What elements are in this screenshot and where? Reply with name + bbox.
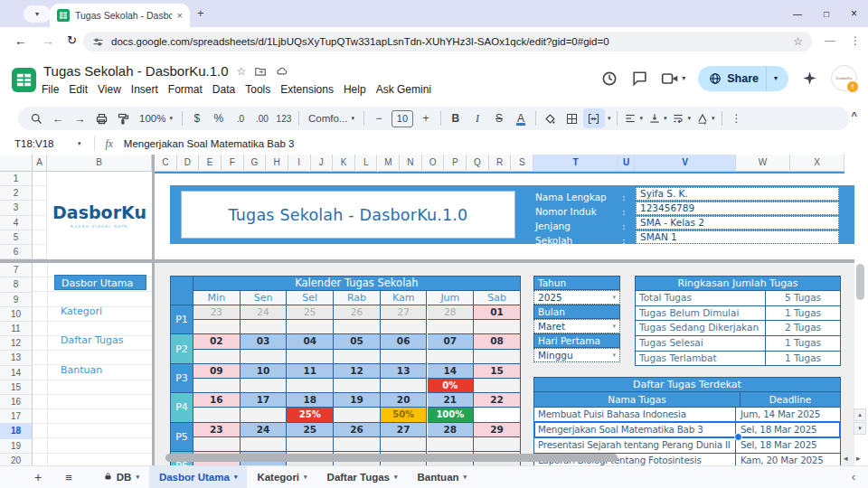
row-header-8[interactable]: 8 xyxy=(0,277,33,292)
profile-field-value[interactable]: Syifa S. K. xyxy=(636,187,839,201)
calendar-date-cell[interactable]: 25 xyxy=(287,305,334,320)
sheet-tab-dasbor-utama[interactable]: Dasbor Utama▾ xyxy=(149,466,247,488)
calendar-progress-cell[interactable] xyxy=(381,350,428,364)
calendar-progress-cell[interactable] xyxy=(474,350,521,364)
frozen-column-divider[interactable] xyxy=(152,155,155,465)
calendar-date-cell[interactable]: 24 xyxy=(241,423,288,437)
calendar-progress-cell[interactable] xyxy=(287,379,334,393)
site-info-icon[interactable] xyxy=(92,36,104,48)
upcoming-task-name[interactable]: Mengerjakan Soal Matematika Bab 3 xyxy=(534,423,736,437)
column-header-j[interactable]: J xyxy=(311,155,334,172)
calendar-progress-cell[interactable] xyxy=(193,350,241,364)
calendar-date-cell[interactable]: 14 xyxy=(428,364,475,379)
chevron-left-icon[interactable]: ‹ xyxy=(852,470,855,483)
calendar-date-cell[interactable]: 03 xyxy=(241,334,288,349)
column-header-m[interactable]: M xyxy=(378,155,401,172)
row-header-14[interactable]: 14 xyxy=(0,366,33,380)
calendar-progress-cell[interactable] xyxy=(193,320,241,334)
scroll-up-button[interactable]: ▴ xyxy=(854,408,866,421)
calendar-date-cell[interactable]: 04 xyxy=(287,334,334,349)
calendar-date-cell[interactable]: 27 xyxy=(381,423,428,437)
row-header-9[interactable]: 9 xyxy=(0,293,33,307)
calendar-date-cell[interactable]: 01 xyxy=(474,305,521,320)
column-header-o[interactable]: O xyxy=(422,155,445,172)
column-header-w[interactable]: W xyxy=(736,155,790,172)
column-header-c[interactable]: C xyxy=(155,155,177,172)
bookmark-star-icon[interactable]: ☆ xyxy=(793,35,803,48)
selection-fill-handle[interactable] xyxy=(734,433,742,441)
calendar-progress-cell[interactable] xyxy=(193,379,241,393)
calendar-date-cell[interactable]: 28 xyxy=(428,423,475,437)
filter-dropdown-tahun[interactable]: 2025▾ xyxy=(533,290,620,305)
italic-button[interactable]: I xyxy=(467,108,488,128)
summary-label[interactable]: Tugas Terlambat xyxy=(636,352,766,366)
row-header-15[interactable]: 15 xyxy=(0,380,33,395)
formula-input[interactable]: Mengerjakan Soal Matematika Bab 3 xyxy=(124,138,295,149)
sheets-logo[interactable] xyxy=(12,68,36,92)
calendar-date-cell[interactable]: 10 xyxy=(241,364,288,379)
row-header-10[interactable]: 10 xyxy=(0,307,33,322)
window-minimize-button[interactable]: — xyxy=(793,9,802,19)
share-dropdown-icon[interactable]: ▾ xyxy=(767,74,785,82)
calendar-progress-cell[interactable] xyxy=(474,437,521,452)
calendar-progress-cell[interactable] xyxy=(474,320,521,334)
row-header-12[interactable]: 12 xyxy=(0,336,33,351)
calendar-progress-cell[interactable] xyxy=(428,437,475,452)
calendar-date-cell[interactable]: 27 xyxy=(381,305,428,320)
sidebar-item-daftar-tugas[interactable]: Daftar Tugas xyxy=(54,333,146,348)
row-header-19[interactable]: 19 xyxy=(0,439,33,454)
calendar-week-label-p2[interactable]: P2 xyxy=(171,334,193,363)
column-header-l[interactable]: L xyxy=(355,155,378,172)
calendar-date-cell[interactable]: 07 xyxy=(428,334,475,349)
calendar-progress-cell[interactable]: 25% xyxy=(287,408,334,422)
column-header-b[interactable]: B xyxy=(47,155,152,172)
row-header-3[interactable]: 3 xyxy=(0,201,33,215)
calendar-date-cell[interactable]: 26 xyxy=(334,305,381,320)
summary-value[interactable]: 5 Tugas xyxy=(766,291,840,305)
calendar-progress-cell[interactable] xyxy=(428,320,475,334)
profile-field-value[interactable]: SMA - Kelas 2 xyxy=(636,216,839,230)
filter-dropdown-hari-pertama[interactable]: Minggu▾ xyxy=(533,348,620,362)
calendar-progress-cell[interactable] xyxy=(381,379,428,393)
calendar-progress-cell[interactable] xyxy=(334,350,381,364)
undo-icon[interactable]: ← xyxy=(47,108,69,128)
column-header-h[interactable]: H xyxy=(266,155,288,172)
omnibox[interactable]: docs.google.com/spreadsheets/d/1LjbUQsXy… xyxy=(83,32,812,52)
font-select[interactable]: Comfo...▾ xyxy=(303,108,360,128)
calendar-progress-cell[interactable] xyxy=(287,437,334,452)
menu-format[interactable]: Format xyxy=(168,83,203,96)
calendar-date-cell[interactable]: 09 xyxy=(193,364,241,379)
format-currency-button[interactable]: $ xyxy=(186,108,208,128)
calendar-date-cell[interactable]: 19 xyxy=(334,393,381,408)
profile-field-value[interactable]: 123456789 xyxy=(636,202,839,215)
calendar-day-header-sel[interactable]: Sel xyxy=(287,291,334,305)
menu-data[interactable]: Data xyxy=(212,83,235,96)
calendar-progress-cell[interactable] xyxy=(334,320,381,334)
menu-view[interactable]: View xyxy=(98,83,121,96)
calendar-date-cell[interactable]: 12 xyxy=(334,364,381,379)
select-all-corner[interactable] xyxy=(0,155,33,172)
calendar-date-cell[interactable]: 15 xyxy=(474,364,521,379)
collapse-toolbar-icon[interactable]: ^ xyxy=(852,110,857,121)
calendar-date-cell[interactable]: 26 xyxy=(334,423,381,437)
search-icon[interactable] xyxy=(25,108,47,128)
cloud-status-icon[interactable] xyxy=(275,65,289,78)
column-header-x[interactable]: X xyxy=(790,155,844,172)
calendar-date-cell[interactable]: 29 xyxy=(474,423,521,437)
summary-value[interactable]: 1 Tugas xyxy=(766,336,840,351)
calendar-date-cell[interactable]: 06 xyxy=(381,334,428,349)
text-color-button[interactable]: A xyxy=(510,108,532,128)
browser-menu-icon[interactable]: ⋮ xyxy=(850,34,861,47)
summary-value[interactable]: 1 Tugas xyxy=(766,352,840,366)
calendar-date-cell[interactable]: 20 xyxy=(381,393,428,408)
summary-label[interactable]: Tugas Belum Dimulai xyxy=(636,306,766,321)
upcoming-task-deadline[interactable]: Kam, 20 Mar 2025 xyxy=(736,454,840,465)
sheet-tab-bantuan[interactable]: Bantuan▾ xyxy=(408,466,477,488)
gemini-sparkle-icon[interactable] xyxy=(801,70,818,87)
horizontal-align-button[interactable]: ▾ xyxy=(621,108,646,128)
document-title[interactable]: Tugas Sekolah - DasborKu.1.0 xyxy=(43,63,229,79)
calendar-title[interactable]: Kalender Tugas Sekolah xyxy=(193,277,521,291)
calendar-progress-cell[interactable] xyxy=(241,408,288,422)
calendar-date-cell[interactable]: 08 xyxy=(474,334,521,349)
calendar-date-cell[interactable]: 02 xyxy=(193,334,241,349)
